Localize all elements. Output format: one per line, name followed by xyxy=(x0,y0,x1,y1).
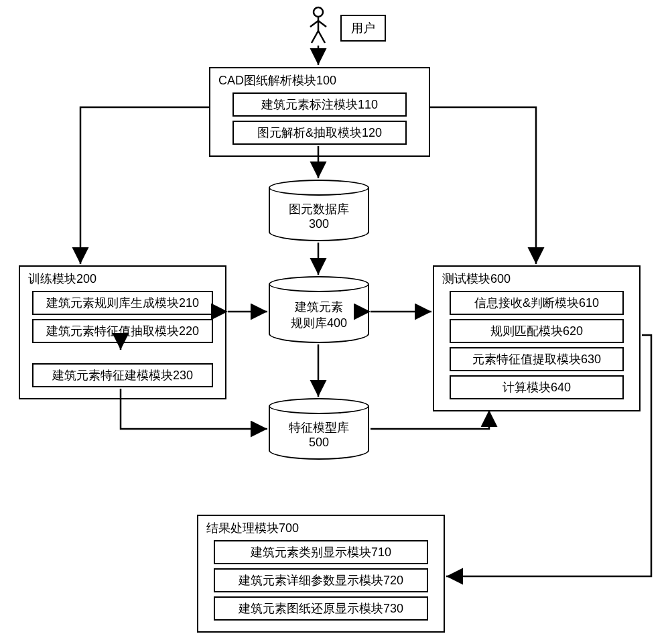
sub-630: 元素特征值提取模块630 xyxy=(450,347,624,371)
sub-610: 信息接收&判断模块610 xyxy=(450,291,624,315)
svg-line-3 xyxy=(318,21,326,27)
sub-210: 建筑元素规则库生成模块210 xyxy=(32,291,213,315)
db-300-l2: 300 xyxy=(269,217,369,231)
module-200-title: 训练模块200 xyxy=(28,271,218,287)
sub-230: 建筑元素特征建模模块230 xyxy=(32,363,213,387)
user-label: 用户 xyxy=(351,21,375,35)
db-500: 特征模型库 500 xyxy=(269,398,369,460)
sub-110: 建筑元素标注模块110 xyxy=(232,92,407,117)
db-300-l1: 图元数据库 xyxy=(269,201,369,217)
module-700-title: 结果处理模块700 xyxy=(206,520,437,536)
db-500-l2: 500 xyxy=(269,436,369,450)
sub-730: 建筑元素图纸还原显示模块730 xyxy=(214,596,428,621)
module-100-title: CAD图纸解析模块100 xyxy=(218,72,422,88)
sub-640: 计算模块640 xyxy=(450,375,624,399)
svg-line-4 xyxy=(312,31,318,43)
sub-710: 建筑元素类别显示模块710 xyxy=(214,540,428,564)
db-400-l2: 规则库400 xyxy=(269,315,369,331)
sub-220: 建筑元素特征值抽取模块220 xyxy=(32,319,213,343)
db-300: 图元数据库 300 xyxy=(269,180,369,241)
module-600: 测试模块600 信息接收&判断模块610 规则匹配模块620 元素特征值提取模块… xyxy=(433,265,641,411)
sub-720: 建筑元素详细参数显示模块720 xyxy=(214,568,428,592)
module-100: CAD图纸解析模块100 建筑元素标注模块110 图元解析&抽取模块120 xyxy=(209,67,430,157)
module-700: 结果处理模块700 建筑元素类别显示模块710 建筑元素详细参数显示模块720 … xyxy=(197,515,445,633)
sub-120: 图元解析&抽取模块120 xyxy=(232,121,407,145)
module-200: 训练模块200 建筑元素规则库生成模块210 建筑元素特征值抽取模块220 建筑… xyxy=(19,265,226,399)
db-400-l1: 建筑元素 xyxy=(269,299,369,315)
user-actor xyxy=(308,5,328,49)
svg-line-2 xyxy=(310,21,318,27)
user-label-box: 用户 xyxy=(340,15,386,42)
module-600-title: 测试模块600 xyxy=(442,271,632,287)
svg-point-0 xyxy=(314,7,323,17)
db-500-l1: 特征模型库 xyxy=(269,420,369,436)
svg-line-5 xyxy=(318,31,325,43)
db-400: 建筑元素 规则库400 xyxy=(269,276,369,343)
sub-620: 规则匹配模块620 xyxy=(450,319,624,343)
